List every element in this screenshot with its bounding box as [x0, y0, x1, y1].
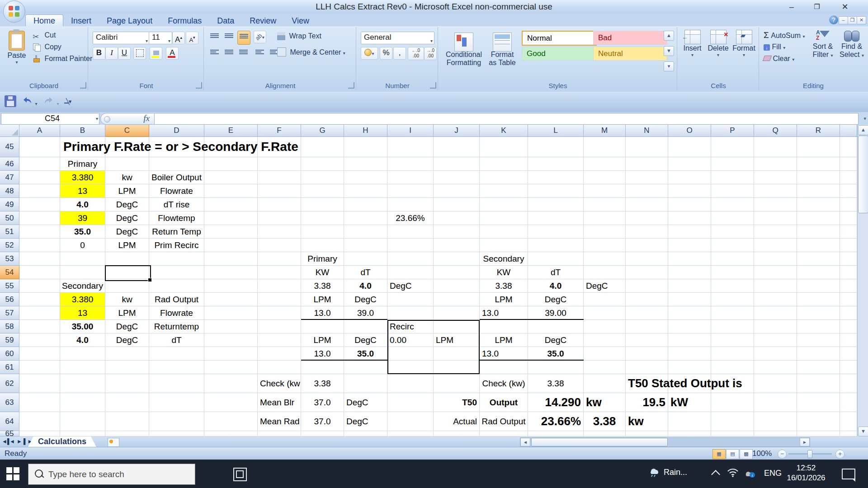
cell-55[interactable]	[840, 279, 857, 293]
cell-O57[interactable]	[668, 306, 711, 320]
increase-decimal-button[interactable]: ←.0 .00	[408, 47, 424, 60]
cell-Q50[interactable]	[754, 211, 797, 225]
cell-J51[interactable]	[434, 225, 480, 239]
cell-R60[interactable]	[797, 347, 840, 361]
cell-I51[interactable]	[387, 225, 434, 239]
cell-57[interactable]	[840, 306, 857, 320]
cell-Q61[interactable]	[754, 361, 797, 374]
cell-O49[interactable]	[668, 198, 711, 211]
cell-P46[interactable]	[711, 157, 754, 171]
cell-K65[interactable]	[480, 431, 528, 436]
cell-G58[interactable]	[301, 320, 344, 333]
cell-49[interactable]	[840, 198, 857, 211]
cell-P59[interactable]	[711, 333, 754, 347]
cell-Q54[interactable]	[754, 266, 797, 279]
cell-O59[interactable]	[668, 333, 711, 347]
cell-K47[interactable]	[480, 171, 528, 184]
cell-J46[interactable]	[434, 157, 480, 171]
cell-P60[interactable]	[711, 347, 754, 361]
ribbon-tab-data[interactable]: Data	[209, 15, 242, 27]
cell-C50[interactable]: DegC	[105, 211, 149, 225]
align-bottom-button[interactable]	[237, 31, 250, 45]
undo-button[interactable]: ▾	[22, 95, 38, 108]
cell-J48[interactable]	[434, 184, 480, 198]
cell-56[interactable]	[840, 293, 857, 306]
cell-C46[interactable]	[105, 157, 149, 171]
cell-J56[interactable]	[434, 293, 480, 306]
cell-E65[interactable]	[204, 431, 258, 436]
cell-K53[interactable]: Secondary	[480, 252, 528, 266]
cell-D53[interactable]	[149, 252, 204, 266]
cell-G61[interactable]	[301, 361, 344, 374]
cell-A52[interactable]	[19, 239, 60, 252]
cell-D57[interactable]: Flowrate	[149, 306, 204, 320]
accounting-format-button[interactable]: ▾	[361, 47, 378, 60]
row-header-46[interactable]: 46	[0, 157, 19, 171]
cell-50[interactable]	[840, 211, 857, 225]
cell-N49[interactable]	[626, 198, 668, 211]
customize-qat-icon[interactable]: ╲﻿▾	[66, 95, 71, 108]
merge-center-button[interactable]: Merge & Center ▾	[277, 47, 345, 58]
cell-J63[interactable]: T50	[434, 393, 480, 412]
cell-K58[interactable]	[480, 320, 528, 333]
cell-G57[interactable]: 13.0	[301, 306, 344, 320]
col-header-E[interactable]: E	[204, 125, 258, 137]
cell-K45[interactable]	[480, 137, 528, 157]
delete-cells-button[interactable]: ✕ Delete ▾	[706, 30, 731, 57]
cell-N63[interactable]: 19.5	[626, 393, 668, 412]
col-header-J[interactable]: J	[434, 125, 480, 137]
cell-C58[interactable]: DegC	[105, 320, 149, 333]
cell-B59[interactable]: 4.0	[60, 333, 105, 347]
cell-L62[interactable]: 3.38	[528, 374, 584, 393]
cell-E63[interactable]	[204, 393, 258, 412]
cell-45[interactable]	[840, 137, 857, 157]
cell-C53[interactable]	[105, 252, 149, 266]
cell-L54[interactable]: dT	[528, 266, 584, 279]
cell-B50[interactable]: 39	[60, 211, 105, 225]
language-indicator[interactable]: ENG	[764, 469, 782, 478]
cell-O52[interactable]	[668, 239, 711, 252]
redo-button[interactable]: ▾	[43, 95, 59, 108]
cell-I65[interactable]	[387, 431, 434, 436]
cell-F51[interactable]	[258, 225, 301, 239]
cell-H46[interactable]	[344, 157, 387, 171]
fill-color-button[interactable]	[150, 47, 162, 60]
style-neutral[interactable]: Neutral	[593, 47, 667, 61]
cell-G47[interactable]	[301, 171, 344, 184]
cell-H56[interactable]: DegC	[344, 293, 387, 306]
cell-G65[interactable]	[301, 431, 344, 436]
cell-M55[interactable]: DegC	[584, 279, 626, 293]
col-header-F[interactable]: F	[258, 125, 301, 137]
cell-M51[interactable]	[584, 225, 626, 239]
cell-L51[interactable]	[528, 225, 584, 239]
cell-Q49[interactable]	[754, 198, 797, 211]
paste-dropdown-icon[interactable]: ▾	[4, 60, 30, 65]
cell-Q56[interactable]	[754, 293, 797, 306]
cell-E58[interactable]	[204, 320, 258, 333]
cell-Q57[interactable]	[754, 306, 797, 320]
horizontal-scroll-thumb[interactable]	[531, 438, 668, 446]
align-right-button[interactable]	[237, 47, 250, 60]
cell-K51[interactable]	[480, 225, 528, 239]
cell-N59[interactable]	[626, 333, 668, 347]
cell-E61[interactable]	[204, 361, 258, 374]
cell-F52[interactable]	[258, 239, 301, 252]
percent-style-button[interactable]: %	[380, 47, 392, 60]
cell-65[interactable]	[840, 431, 857, 436]
cell-P49[interactable]	[711, 198, 754, 211]
cell-B52[interactable]: 0	[60, 239, 105, 252]
cell-K64[interactable]: Rad Output	[480, 412, 528, 431]
cell-N47[interactable]	[626, 171, 668, 184]
cell-A61[interactable]	[19, 361, 60, 374]
bold-button[interactable]: B	[93, 47, 105, 60]
cell-M45[interactable]	[584, 137, 626, 157]
row-header-60[interactable]: 60	[0, 347, 19, 361]
cell-F60[interactable]	[258, 347, 301, 361]
cell-L55[interactable]: 4.0	[528, 279, 584, 293]
cell-O63[interactable]: kW	[668, 393, 711, 412]
row-header-51[interactable]: 51	[0, 225, 19, 239]
col-header-D[interactable]: D	[149, 125, 204, 137]
cell-E52[interactable]	[204, 239, 258, 252]
cell-R62[interactable]	[797, 374, 840, 393]
cell-D46[interactable]	[149, 157, 204, 171]
